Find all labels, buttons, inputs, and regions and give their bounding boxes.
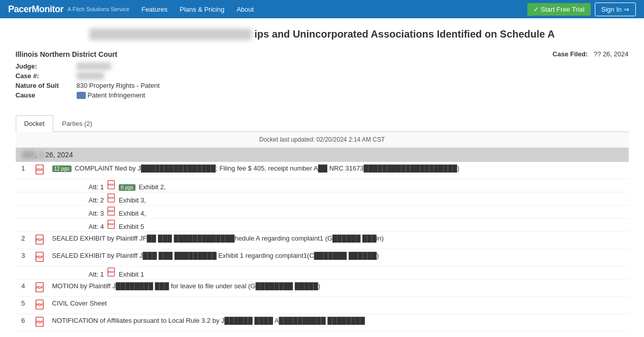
- navbar: PacerMonitor A Fitch Solutions Service F…: [0, 0, 644, 18]
- docket-table: 1 PDF 12 pgs COMPLAINT filed by J███████…: [16, 162, 629, 331]
- page-title: ips and Unincorporated Associations Iden…: [16, 28, 629, 40]
- pdf-cell[interactable]: PDF: [31, 162, 48, 179]
- cause-label: Cause: [16, 91, 77, 99]
- pdf-icon[interactable]: PDF: [35, 164, 44, 175]
- svg-text:PDF: PDF: [109, 223, 115, 226]
- pdf-icon[interactable]: PDF: [35, 299, 44, 310]
- pdf-cell[interactable]: PDF: [31, 280, 48, 297]
- cause-value: Patent Infringement: [88, 91, 145, 99]
- page-badge: 12 pgs: [52, 165, 72, 172]
- nav-links: Features Plans & Pricing About: [142, 6, 527, 13]
- start-free-trial-button[interactable]: ✓ Start Free Trial: [527, 3, 591, 16]
- title-blurred-part: [89, 28, 252, 40]
- att-empty2: [31, 179, 48, 192]
- svg-text:PDF: PDF: [109, 271, 115, 274]
- pdf-cell[interactable]: PDF: [31, 297, 48, 314]
- cause-row: Cause Patent Infringement: [16, 91, 553, 99]
- att-empty: [16, 206, 31, 219]
- pdf-icon[interactable]: PDF: [107, 220, 115, 229]
- att-text: Att: 4 PDF Exhibit 5: [48, 219, 629, 232]
- case-num-value: [77, 72, 104, 80]
- tabs: Docket Parties (2): [16, 115, 629, 132]
- tab-parties[interactable]: Parties (2): [53, 115, 101, 132]
- pdf-cell[interactable]: PDF: [31, 314, 48, 331]
- signin-arrow-icon: ⇒: [624, 6, 629, 13]
- navbar-actions: ✓ Start Free Trial Sign In ⇒: [527, 3, 636, 16]
- cause-value-wrap: Patent Infringement: [77, 91, 145, 99]
- brand-name: PacerMonitor: [8, 4, 63, 15]
- entry-text: MOTION by Plaintiff J████████ ███ for le…: [48, 280, 629, 297]
- att-empty2: [31, 206, 48, 219]
- att-empty2: [31, 266, 48, 280]
- pdf-icon[interactable]: PDF: [35, 234, 44, 245]
- attachment-row: Att: 4 PDF Exhibit 5: [16, 219, 629, 232]
- brand: PacerMonitor A Fitch Solutions Service: [8, 4, 129, 15]
- cause-color-swatch: [77, 92, 86, 99]
- signin-label: Sign In: [601, 6, 622, 13]
- table-row: 1 PDF 12 pgs COMPLAINT filed by J███████…: [16, 162, 629, 179]
- att-page-badge: 6 pgs: [119, 184, 135, 191]
- case-info-right: Case Filed: ?? 26, 2024: [553, 50, 629, 101]
- svg-text:PDF: PDF: [36, 168, 43, 172]
- pdf-icon[interactable]: PDF: [107, 207, 115, 216]
- nav-link-features[interactable]: Features: [142, 6, 167, 13]
- tab-docket[interactable]: Docket: [16, 115, 53, 132]
- sign-in-button[interactable]: Sign In ⇒: [595, 3, 636, 16]
- svg-text:PDF: PDF: [36, 320, 43, 324]
- date-group-text: , 26, 2024: [22, 151, 73, 159]
- att-empty: [16, 179, 31, 192]
- attachment-row: Att: 2 PDF Exhibit 3,: [16, 192, 629, 206]
- svg-text:PDF: PDF: [109, 183, 115, 186]
- table-row: 5 PDF CIVIL Cover Sheet: [16, 297, 629, 314]
- date-blurred: [22, 151, 36, 159]
- att-empty: [16, 192, 31, 206]
- nature-row: Nature of Suit 830 Property Rights - Pat…: [16, 82, 553, 89]
- entry-text: SEALED EXHIBIT by Plaintiff J███ ███ ███…: [48, 249, 629, 266]
- pdf-icon[interactable]: PDF: [107, 180, 115, 189]
- pdf-cell[interactable]: PDF: [31, 232, 48, 249]
- svg-text:PDF: PDF: [109, 196, 115, 199]
- att-text: Att: 1 PDF Exhibit 1: [48, 266, 629, 280]
- svg-text:PDF: PDF: [36, 255, 43, 259]
- pdf-cell[interactable]: PDF: [31, 249, 48, 266]
- case-info-left: Illinois Northern District Court Judge: …: [16, 50, 553, 101]
- case-num-label: Case #:: [16, 72, 77, 80]
- entry-text: 12 pgs COMPLAINT filed by J█████████████…: [48, 162, 629, 179]
- docket-status-text: Docket last updated: 02/20/2024 2:14 AM …: [259, 136, 385, 143]
- svg-text:PDF: PDF: [36, 303, 43, 307]
- entry-text: SEALED EXHIBIT by Plaintiff JF██ ███ ███…: [48, 232, 629, 249]
- attachment-row: Att: 3 PDF Exhibit 4,: [16, 206, 629, 219]
- brand-sub: A Fitch Solutions Service: [67, 6, 129, 12]
- case-info: Illinois Northern District Court Judge: …: [16, 50, 629, 107]
- entry-text: NOTIFICATION of Affiliates pursuant to L…: [48, 314, 629, 331]
- pdf-icon[interactable]: PDF: [35, 317, 44, 327]
- main-content: ips and Unincorporated Associations Iden…: [8, 18, 637, 337]
- judge-label: Judge:: [16, 62, 77, 70]
- row-number: 6: [16, 314, 31, 331]
- att-empty: [16, 266, 31, 280]
- nav-link-plans-pricing[interactable]: Plans & Pricing: [180, 6, 224, 13]
- title-suffix: ips and Unincorporated Associations Iden…: [254, 28, 555, 40]
- case-num-row: Case #:: [16, 72, 553, 80]
- att-text: Att: 3 PDF Exhibit 4,: [48, 206, 629, 219]
- att-empty: [16, 219, 31, 232]
- pdf-icon[interactable]: PDF: [107, 267, 115, 277]
- court-name: Illinois Northern District Court: [16, 50, 553, 58]
- svg-text:PDF: PDF: [36, 238, 43, 242]
- nature-value: 830 Property Rights - Patent: [77, 82, 160, 89]
- pdf-icon[interactable]: PDF: [35, 282, 44, 292]
- nav-link-about[interactable]: About: [236, 6, 254, 13]
- row-number: 2: [16, 232, 31, 249]
- row-number: 1: [16, 162, 31, 179]
- pdf-icon[interactable]: PDF: [107, 193, 115, 203]
- att-empty2: [31, 192, 48, 206]
- att-empty2: [31, 219, 48, 232]
- judge-row: Judge:: [16, 62, 553, 70]
- row-number: 5: [16, 297, 31, 314]
- nature-label: Nature of Suit: [16, 82, 77, 89]
- attachment-row: Att: 1 PDF 6 pgs Exhibit 2,: [16, 179, 629, 192]
- entry-text: CIVIL Cover Sheet: [48, 297, 629, 314]
- table-row: 4 PDF MOTION by Plaintiff J████████ ███ …: [16, 280, 629, 297]
- pdf-icon[interactable]: PDF: [35, 252, 44, 262]
- filed-value: ?? 26, 2024: [594, 50, 629, 58]
